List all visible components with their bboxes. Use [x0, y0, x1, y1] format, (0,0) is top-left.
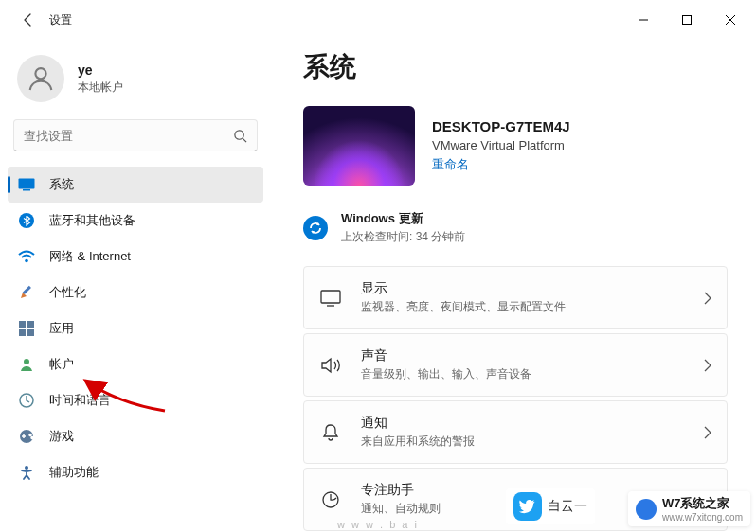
svg-point-14 — [24, 359, 29, 364]
nav-label: 游戏 — [49, 428, 74, 445]
chevron-right-icon — [704, 426, 711, 439]
update-subtitle: 上次检查时间: 34 分钟前 — [341, 229, 465, 245]
account-type: 本地帐户 — [78, 80, 123, 96]
system-icon — [17, 175, 36, 194]
svg-rect-13 — [27, 329, 34, 336]
maximize-button[interactable] — [665, 5, 709, 35]
windows-update-row[interactable]: Windows 更新 上次检查时间: 34 分钟前 — [303, 206, 728, 266]
svg-rect-1 — [683, 16, 692, 25]
window-title: 设置 — [49, 12, 72, 28]
time-language-icon — [17, 391, 36, 410]
accessibility-icon — [17, 463, 36, 482]
nav-item-apps[interactable]: 应用 — [8, 310, 263, 346]
sound-icon — [319, 354, 342, 377]
bluetooth-icon — [17, 211, 36, 230]
rename-link[interactable]: 重命名 — [432, 156, 570, 173]
avatar — [17, 55, 64, 102]
titlebar: 设置 — [0, 0, 756, 40]
nav-label: 蓝牙和其他设备 — [49, 212, 135, 229]
svg-rect-6 — [23, 189, 30, 191]
personalization-icon — [17, 283, 36, 302]
update-icon — [303, 216, 328, 240]
apps-icon — [17, 319, 36, 338]
nav-label: 辅助功能 — [49, 464, 99, 481]
account-header[interactable]: ye 本地帐户 — [0, 45, 271, 119]
bird-icon — [513, 492, 542, 521]
nav-label: 应用 — [49, 320, 74, 337]
content-pane: 系统 DESKTOP-G7TEM4J VMware Virtual Platfo… — [271, 40, 756, 532]
nav-item-personalization[interactable]: 个性化 — [8, 275, 263, 310]
watermark-mid: 白云一 — [506, 488, 595, 524]
card-subtitle: 来自应用和系统的警报 — [361, 434, 704, 450]
search-input[interactable] — [24, 129, 233, 143]
gaming-icon — [17, 427, 36, 446]
svg-point-17 — [25, 466, 28, 470]
network-icon — [17, 247, 36, 266]
back-button[interactable] — [19, 10, 38, 29]
chevron-right-icon — [704, 292, 711, 305]
svg-line-4 — [243, 138, 246, 142]
nav-label: 时间和语言 — [49, 392, 111, 409]
nav-item-system[interactable]: 系统 — [8, 167, 263, 203]
nav-label: 个性化 — [49, 284, 86, 301]
svg-point-3 — [235, 130, 243, 138]
card-sound[interactable]: 声音 音量级别、输出、输入、声音设备 — [303, 333, 728, 397]
svg-point-2 — [35, 68, 45, 79]
account-name: ye — [78, 62, 123, 78]
svg-point-8 — [25, 259, 28, 263]
card-subtitle: 音量级别、输出、输入、声音设备 — [361, 366, 704, 382]
svg-rect-11 — [27, 321, 34, 328]
nav-item-time-language[interactable]: 时间和语言 — [8, 382, 263, 418]
card-title: 显示 — [361, 280, 704, 297]
svg-rect-10 — [19, 321, 26, 328]
card-subtitle: 监视器、亮度、夜间模式、显示配置文件 — [361, 299, 704, 315]
minimize-button[interactable] — [621, 5, 665, 35]
svg-rect-5 — [19, 179, 35, 189]
card-title: 通知 — [361, 415, 704, 432]
watermark-url: w w w . b a i — [337, 519, 419, 530]
svg-rect-12 — [19, 329, 26, 336]
device-info: DESKTOP-G7TEM4J VMware Virtual Platform … — [303, 106, 728, 186]
close-button[interactable] — [709, 5, 752, 35]
card-notifications[interactable]: 通知 来自应用和系统的警报 — [303, 400, 728, 464]
nav-item-accessibility[interactable]: 辅助功能 — [8, 454, 263, 490]
chevron-right-icon — [704, 359, 711, 372]
svg-rect-18 — [321, 291, 340, 303]
device-platform: VMware Virtual Platform — [432, 138, 570, 152]
display-icon — [319, 287, 342, 310]
logo-icon — [636, 499, 657, 520]
card-title: 声音 — [361, 347, 704, 364]
nav-item-bluetooth[interactable]: 蓝牙和其他设备 — [8, 203, 263, 239]
page-title: 系统 — [303, 49, 728, 85]
update-title: Windows 更新 — [341, 210, 465, 227]
device-name: DESKTOP-G7TEM4J — [432, 118, 570, 134]
accounts-icon — [17, 355, 36, 374]
notifications-icon — [319, 421, 342, 444]
nav-item-gaming[interactable]: 游戏 — [8, 418, 263, 454]
nav-item-network[interactable]: 网络 & Internet — [8, 239, 263, 275]
nav-label: 网络 & Internet — [49, 248, 131, 265]
nav-label: 系统 — [49, 176, 74, 193]
nav-item-accounts[interactable]: 帐户 — [8, 346, 263, 382]
search-icon — [233, 129, 247, 143]
card-display[interactable]: 显示 监视器、亮度、夜间模式、显示配置文件 — [303, 266, 728, 329]
device-image — [303, 106, 415, 186]
sidebar: ye 本地帐户 系统 蓝牙和其他设备 网络 & I — [0, 40, 271, 532]
nav-label: 帐户 — [49, 356, 74, 373]
search-box[interactable] — [13, 119, 258, 151]
svg-rect-9 — [23, 286, 31, 294]
nav-list: 系统 蓝牙和其他设备 网络 & Internet 个性化 应用 帐户 — [0, 165, 271, 492]
watermark-right: W7系统之家 www.w7xitong.com — [628, 491, 750, 526]
focus-icon — [319, 488, 342, 511]
